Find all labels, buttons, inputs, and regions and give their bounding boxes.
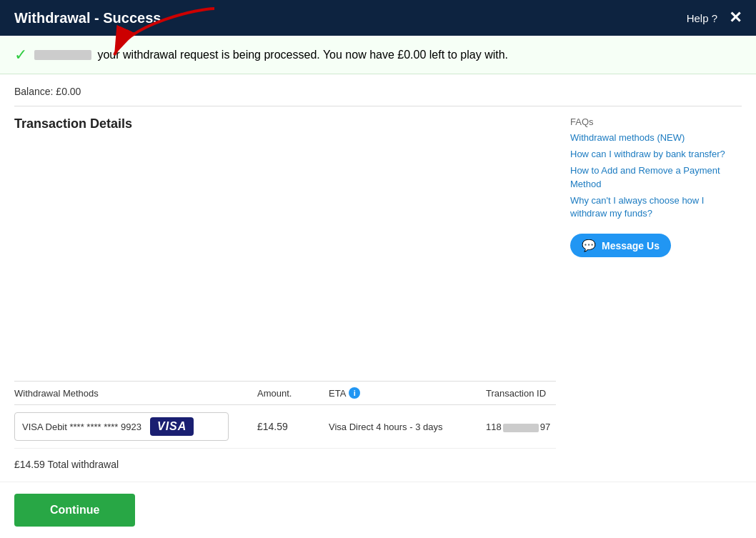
message-us-button[interactable]: 💬 Message Us [570,234,671,257]
message-us-label: Message Us [602,240,660,251]
chat-icon: 💬 [582,239,596,252]
faq-link-3[interactable]: How to Add and Remove a Payment Method [570,164,742,190]
faq-link-4[interactable]: Why can't I always choose how I withdraw… [570,194,742,220]
col-header-amount: Amount. [257,388,329,399]
col-header-eta: ETA i [329,387,486,399]
faq-link-1[interactable]: Withdrawal methods (NEW) [570,131,742,144]
header-actions: Help ? ✕ [687,10,742,26]
redacted-txid [503,424,539,432]
redacted-username [34,50,91,60]
modal-header: Withdrawal - Success Help ? ✕ [0,0,756,36]
col-cell-amount: £14.59 [257,420,329,433]
modal-body: Balance: £0.00 Transaction Details Withd… [0,74,756,482]
content-area: Transaction Details Withdrawal Methods A… [14,116,742,470]
col-cell-txid: 11897 [486,420,556,433]
table-header: Withdrawal Methods Amount. ETA i Transac… [14,381,556,405]
success-checkmark: ✓ [14,46,27,64]
eta-info-icon[interactable]: i [349,387,360,399]
card-number: VISA Debit **** **** **** 9923 [22,422,141,432]
modal-footer: Continue [0,482,756,538]
modal-container: Withdrawal - Success Help ? ✕ ✓ your wit… [0,0,756,538]
balance-display: Balance: £0.00 [14,86,742,106]
faqs-label: FAQs [570,116,742,127]
right-panel: FAQs Withdrawal methods (NEW) How can I … [570,116,742,470]
withdrawal-table: Withdrawal Methods Amount. ETA i Transac… [14,381,556,449]
close-button[interactable]: ✕ [729,10,742,26]
col-cell-method: VISA Debit **** **** **** 9923 VISA [14,412,257,441]
help-link[interactable]: Help ? [687,12,717,24]
col-cell-eta: Visa Direct 4 hours - 3 days [329,422,486,432]
table-row: VISA Debit **** **** **** 9923 VISA £14.… [14,405,556,449]
visa-logo: VISA [150,417,194,436]
total-withdrawal: £14.59 Total withdrawal [14,459,556,470]
modal-title: Withdrawal - Success [14,10,161,26]
continue-button[interactable]: Continue [14,494,135,527]
col-header-method: Withdrawal Methods [14,388,257,399]
success-message: your withdrawal request is being process… [34,49,508,61]
left-panel: Transaction Details Withdrawal Methods A… [14,116,556,470]
col-header-txid: Transaction ID [486,388,556,399]
transaction-details-heading: Transaction Details [14,116,556,131]
success-banner: ✓ your withdrawal request is being proce… [0,36,756,74]
payment-card: VISA Debit **** **** **** 9923 VISA [14,412,229,441]
faq-link-2[interactable]: How can I withdraw by bank transfer? [570,148,742,161]
